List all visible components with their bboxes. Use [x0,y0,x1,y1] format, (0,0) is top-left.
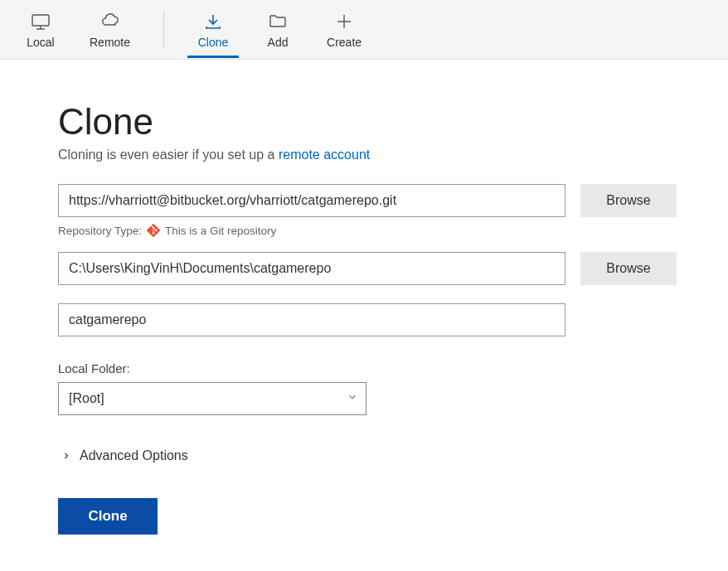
subtitle: Cloning is even easier if you set up a r… [58,148,678,162]
dest-path-input[interactable] [58,252,565,285]
browse-path-button[interactable]: Browse [580,252,677,285]
local-folder-select-wrap [58,382,366,415]
advanced-options-toggle[interactable]: Advanced Options [58,448,678,463]
tab-local[interactable]: Local [8,0,73,58]
page-title: Clone [58,101,678,143]
tab-label: Local [27,36,54,49]
git-icon [147,224,160,237]
folder-icon [267,11,289,32]
repo-url-input[interactable] [58,184,565,217]
clone-button[interactable]: Clone [58,498,158,535]
chevron-right-icon [61,451,71,461]
tab-label: Create [327,36,362,49]
local-folder-label: Local Folder: [58,361,678,375]
tab-add[interactable]: Add [245,0,310,58]
advanced-options-label: Advanced Options [80,448,188,463]
repo-url-row: Browse [58,184,678,217]
content-area: Clone Cloning is even easier if you set … [0,60,728,559]
tab-create[interactable]: Create [310,0,378,58]
tab-label: Clone [198,36,229,49]
monitor-icon [30,11,51,32]
tab-clone[interactable]: Clone [181,0,245,58]
download-icon [202,11,224,32]
svg-rect-0 [32,15,49,26]
repo-type-line: Repository Type: This is a Git repositor… [58,224,678,237]
tab-label: Add [268,36,289,49]
dest-path-row: Browse [58,252,678,285]
subtitle-text: Cloning is even easier if you set up a [58,148,279,162]
cloud-icon [99,11,121,32]
remote-account-link[interactable]: remote account [279,148,370,162]
repo-type-text: This is a Git repository [165,225,276,237]
repo-type-label: Repository Type: [58,225,142,237]
tab-label: Remote [90,36,130,49]
repo-name-input[interactable] [58,303,565,336]
tab-remote[interactable]: Remote [73,0,147,58]
browse-url-button[interactable]: Browse [580,184,677,217]
local-folder-select[interactable] [58,382,366,415]
toolbar: Local Remote Clone Add [0,0,728,60]
plus-icon [333,11,355,32]
toolbar-separator [163,12,164,48]
